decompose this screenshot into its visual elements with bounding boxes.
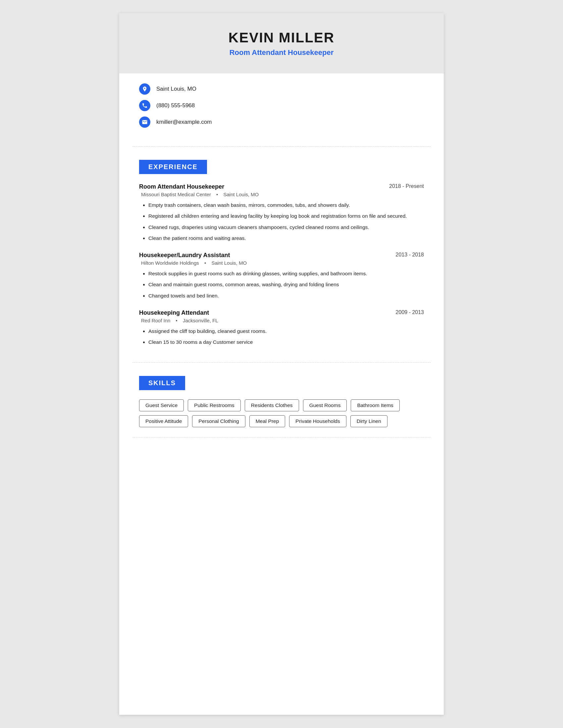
skills-section: SKILLS Guest Service Public Restrooms Re… [119,366,444,434]
divider-2 [132,362,431,363]
resume-container: KEVIN MILLER Room Attendant Housekeeper … [119,13,444,715]
job-dates-3: 2009 - 2013 [396,309,424,315]
phone-text: (880) 555-5968 [156,102,195,109]
candidate-title: Room Attendant Housekeeper [139,48,424,57]
skill-tag-3: Guest Rooms [303,399,347,411]
experience-header: EXPERIENCE [139,160,207,174]
job-block-1: Room Attendant Housekeeper 2018 - Presen… [139,183,424,242]
job-title-1: Room Attendant Housekeeper [139,183,224,190]
bullet-3-1: Assigned the cliff top building, cleaned… [148,327,424,335]
job-bullets-1: Empty trash containers, clean wash basin… [139,201,424,242]
location-text: Saint Louis, MO [156,86,196,92]
skill-tag-1: Public Restrooms [188,399,240,411]
job-company-3: Red Roof Inn • Jacksonville, FL [139,318,424,323]
bullet-1-4: Clean the patient rooms and waiting area… [148,234,424,242]
skill-tag-7: Meal Prep [249,415,286,427]
skills-tags-container: Guest Service Public Restrooms Residents… [139,399,424,427]
divider-1 [132,146,431,147]
experience-section: EXPERIENCE Room Attendant Housekeeper 20… [119,150,444,359]
candidate-name: KEVIN MILLER [139,30,424,46]
contact-phone: (880) 555-5968 [139,100,424,111]
phone-icon [139,100,150,111]
job-block-3: Housekeeping Attendant 2009 - 2013 Red R… [139,309,424,346]
email-text: kmiller@example.com [156,119,211,125]
job-company-2: Hilton Worldwide Holdings • Saint Louis,… [139,260,424,266]
bullet-2-2: Clean and maintain guest rooms, common a… [148,281,424,288]
contact-section: Saint Louis, MO (880) 555-5968 kmiller@e… [119,73,444,143]
job-dates-1: 2018 - Present [389,183,424,189]
job-title-2: Housekeeper/Laundry Assistant [139,252,230,259]
location-icon [139,83,150,95]
bullet-1-1: Empty trash containers, clean wash basin… [148,201,424,209]
contact-email: kmiller@example.com [139,116,424,128]
bullet-1-2: Registered all children entering and lea… [148,212,424,220]
bullet-2-3: Changed towels and bed linen. [148,292,424,299]
email-icon [139,116,150,128]
resume-header: KEVIN MILLER Room Attendant Housekeeper [119,13,444,73]
skill-tag-0: Guest Service [139,399,184,411]
job-dates-2: 2013 - 2018 [396,252,424,258]
skill-tag-5: Positive Attitude [139,415,188,427]
bullet-3-2: Clean 15 to 30 rooms a day Customer serv… [148,338,424,346]
job-block-2: Housekeeper/Laundry Assistant 2013 - 201… [139,252,424,299]
skills-header: SKILLS [139,376,185,390]
job-title-3: Housekeeping Attendant [139,309,209,316]
skill-tag-9: Dirty Linen [351,415,388,427]
skill-tag-6: Personal Clothing [192,415,245,427]
job-company-1: Missouri Baptist Medical Center • Saint … [139,192,424,197]
contact-location: Saint Louis, MO [139,83,424,95]
job-bullets-2: Restock supplies in guest rooms such as … [139,270,424,299]
skill-tag-2: Residents Clothes [245,399,299,411]
divider-3 [132,437,431,437]
job-header-3: Housekeeping Attendant 2009 - 2013 [139,309,424,316]
skill-tag-4: Bathroom Items [351,399,399,411]
bullet-1-3: Cleaned rugs, draperies using vacuum cle… [148,223,424,231]
job-header-1: Room Attendant Housekeeper 2018 - Presen… [139,183,424,190]
job-header-2: Housekeeper/Laundry Assistant 2013 - 201… [139,252,424,259]
job-bullets-3: Assigned the cliff top building, cleaned… [139,327,424,346]
bullet-2-1: Restock supplies in guest rooms such as … [148,270,424,277]
skill-tag-8: Private Households [289,415,346,427]
